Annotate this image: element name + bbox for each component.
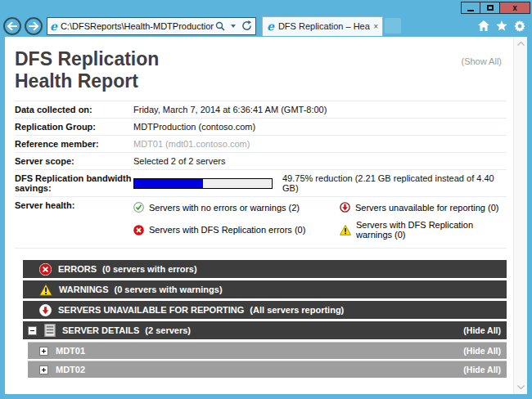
server-row-mdt02[interactable]: MDT02 (Hide All): [28, 361, 507, 378]
server-name: MDT02: [56, 365, 85, 374]
expand-icon[interactable]: [39, 365, 48, 374]
server-name: MDT01: [56, 346, 85, 356]
forward-button[interactable]: [25, 17, 43, 35]
report-sections: ERRORS (0 servers with errors) WARNINGS …: [23, 260, 507, 378]
back-arrow-icon: [7, 22, 17, 30]
search-button[interactable]: [214, 18, 227, 34]
maximize-button[interactable]: [480, 2, 500, 14]
ok-icon: [133, 202, 144, 213]
chevron-down-icon: [231, 25, 236, 28]
section-server-details[interactable]: SERVER DETAILS (2 servers) (Hide All): [23, 321, 507, 339]
title-bar[interactable]: x: [0, 0, 532, 15]
health-item-text: Servers with no errors or warnings (2): [149, 203, 300, 213]
hide-all-link[interactable]: (Hide All): [463, 365, 501, 374]
field-row-server-scope: Server scope: Selected 2 of 2 servers: [15, 153, 507, 170]
field-label: Replication Group:: [15, 122, 133, 132]
report-content: DFS Replication Health Report (Show All)…: [5, 37, 513, 394]
field-row-replication-group: Replication Group: MDTProduction (contos…: [15, 119, 507, 136]
unavailable-icon: [340, 202, 350, 213]
browser-action-icons: [478, 20, 525, 32]
field-value: Friday, March 7, 2014 at 6:36:41 AM (GMT…: [133, 105, 327, 114]
minimize-button[interactable]: [461, 2, 480, 14]
search-icon: [215, 21, 225, 31]
field-row-reference-member: Reference member: MDT01 (mdt01.contoso.c…: [15, 136, 507, 153]
close-icon: x: [512, 4, 517, 12]
warning-icon: [340, 225, 351, 235]
report-fields: Data collected on: Friday, March 7, 2014…: [15, 101, 507, 249]
favorites-star-icon[interactable]: [496, 20, 507, 31]
health-item-text: Servers with DFS Replication warnings (0…: [356, 220, 507, 240]
scroll-up-button[interactable]: [514, 37, 528, 51]
hide-all-link[interactable]: (Hide All): [463, 346, 501, 356]
field-label: Data collected on:: [15, 105, 133, 114]
page-title: DFS Replication Health Report: [15, 48, 507, 92]
minimize-icon: [467, 10, 474, 11]
settings-gear-icon[interactable]: [514, 20, 525, 32]
ie-window: x e C:\DFSReports\Health-MDTProduction-0…: [0, 0, 532, 399]
new-tab-button[interactable]: [385, 18, 401, 34]
bandwidth-progress-bar: [133, 178, 273, 189]
bandwidth-text: 49.75% reduction (2.21 GB replicated ins…: [282, 173, 507, 193]
health-item-unavailable: Servers unavailable for reporting (0): [340, 202, 507, 213]
page-viewport: DFS Replication Health Report (Show All)…: [5, 37, 527, 394]
field-row-bandwidth: DFS Replication bandwidth savings: 49.75…: [15, 170, 507, 197]
health-item-text: Servers with DFS Replication errors (0): [149, 225, 305, 235]
bandwidth-bar-fill: [134, 179, 203, 188]
refresh-icon: [241, 20, 252, 31]
navigation-bar: e C:\DFSReports\Health-MDTProduction-07M…: [0, 15, 532, 37]
bandwidth-value: 49.75% reduction (2.21 GB replicated ins…: [133, 173, 507, 193]
expand-icon[interactable]: [39, 347, 48, 356]
address-bar[interactable]: e C:\DFSReports\Health-MDTProduction-07M…: [47, 17, 256, 35]
hide-all-link[interactable]: (Hide All): [463, 325, 501, 335]
field-label: Server health:: [15, 200, 133, 210]
refresh-button[interactable]: [240, 18, 253, 34]
warning-icon: [39, 284, 52, 296]
field-row-data-collected: Data collected on: Friday, March 7, 2014…: [15, 101, 507, 119]
browser-tab[interactable]: e DFS Replication – Health Re... ×: [262, 16, 383, 36]
back-button[interactable]: [3, 17, 21, 35]
section-count: (2 servers): [145, 325, 191, 335]
section-count: (All servers reporting): [250, 305, 344, 315]
field-label: Reference member:: [15, 139, 133, 149]
health-item-text: Servers unavailable for reporting (0): [355, 203, 498, 213]
section-servers-unavailable[interactable]: SERVERS UNAVAILABLE FOR REPORTING (All s…: [23, 301, 507, 319]
error-icon: [39, 263, 52, 276]
health-item-errors: Servers with DFS Replication errors (0): [133, 220, 340, 240]
section-title: WARNINGS: [59, 285, 109, 294]
unavailable-icon: [39, 304, 52, 316]
scroll-down-button[interactable]: [514, 380, 528, 394]
field-value: MDT01 (mdt01.contoso.com): [133, 139, 250, 149]
field-row-server-health: Server health: Servers with no errors or…: [15, 197, 507, 249]
address-dropdown-button[interactable]: [227, 18, 240, 34]
close-button[interactable]: x: [500, 2, 530, 14]
field-label: Server scope:: [15, 156, 133, 166]
tab-ie-icon: e: [267, 20, 274, 32]
health-item-warnings: Servers with DFS Replication warnings (0…: [340, 220, 507, 240]
address-url[interactable]: C:\DFSReports\Health-MDTProduction-07Ma: [61, 21, 214, 31]
section-count: (0 servers with warnings): [115, 285, 223, 294]
field-value: Selected 2 of 2 servers: [133, 156, 226, 166]
maximize-icon: [487, 5, 494, 11]
section-title: SERVER DETAILS: [62, 325, 139, 335]
chevron-down-icon: [517, 385, 525, 389]
field-value: MDTProduction (contoso.com): [133, 122, 255, 132]
error-icon: [133, 225, 144, 235]
section-warnings[interactable]: WARNINGS (0 servers with warnings): [23, 280, 507, 298]
field-label: DFS Replication bandwidth savings:: [15, 173, 133, 193]
vertical-scrollbar[interactable]: [513, 37, 527, 394]
forward-arrow-icon: [29, 22, 38, 30]
section-count: (0 servers with errors): [102, 264, 197, 274]
server-row-mdt01[interactable]: MDT01 (Hide All): [28, 342, 507, 359]
home-icon[interactable]: [478, 20, 489, 31]
tab-title: DFS Replication – Health Re...: [278, 21, 370, 31]
page-title-line2: Health Report: [15, 70, 507, 92]
section-title: ERRORS: [58, 264, 97, 274]
page-ie-icon: e: [50, 20, 57, 32]
health-item-ok: Servers with no errors or warnings (2): [133, 202, 340, 213]
chevron-up-icon: [517, 42, 525, 46]
tab-close-icon[interactable]: ×: [373, 22, 378, 31]
section-title: SERVERS UNAVAILABLE FOR REPORTING: [58, 305, 244, 315]
show-all-link[interactable]: (Show All): [461, 56, 502, 66]
collapse-icon[interactable]: [28, 326, 37, 335]
section-errors[interactable]: ERRORS (0 servers with errors): [23, 260, 507, 278]
